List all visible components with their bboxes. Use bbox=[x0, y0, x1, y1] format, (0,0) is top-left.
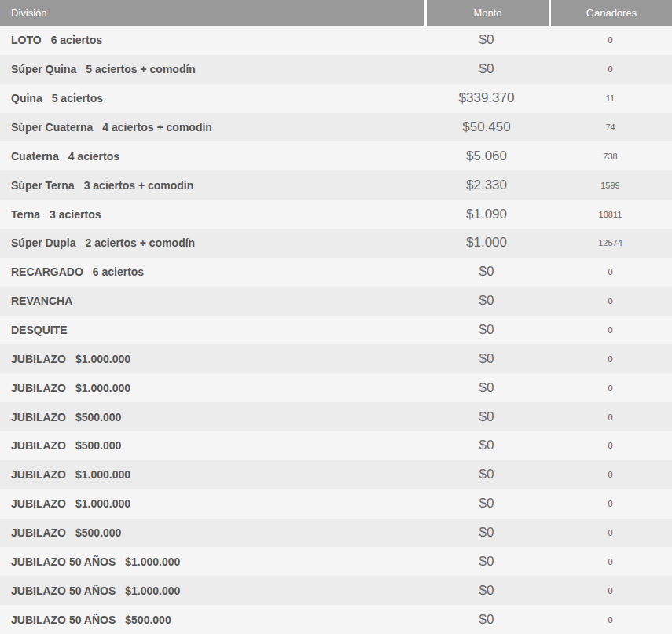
division-detail: 5 aciertos bbox=[52, 92, 103, 104]
table-row: Súper Quina5 aciertos + comodín $0 0 bbox=[0, 55, 672, 84]
division-name: Súper Terna bbox=[11, 179, 75, 192]
table-row: Terna3 aciertos $1.090 10811 bbox=[0, 200, 672, 229]
division-name: JUBILAZO bbox=[11, 439, 66, 452]
division-detail: $500.000 bbox=[75, 526, 121, 539]
division-cell: JUBILAZO$1.000.000 bbox=[0, 497, 424, 510]
division-cell: Terna3 aciertos bbox=[0, 208, 424, 221]
division-name: Súper Dupla bbox=[11, 236, 75, 249]
monto-cell: $0 bbox=[424, 467, 549, 482]
division-cell: JUBILAZO$1.000.000 bbox=[0, 382, 424, 394]
ganadores-cell: 0 bbox=[549, 615, 672, 625]
monto-cell: $0 bbox=[424, 61, 549, 77]
table-row: JUBILAZO$1.000.000 $0 0 bbox=[0, 373, 672, 402]
monto-cell: $0 bbox=[424, 409, 549, 425]
division-detail: $1.000.000 bbox=[75, 382, 130, 394]
division-detail: $500.000 bbox=[75, 439, 121, 452]
ganadores-cell: 0 bbox=[549, 354, 672, 364]
division-name: JUBILAZO 50 AÑOS bbox=[11, 585, 116, 597]
monto-cell: $0 bbox=[424, 583, 549, 599]
division-name: REVANCHA bbox=[11, 295, 72, 307]
ganadores-cell: 0 bbox=[549, 470, 672, 479]
monto-cell: $0 bbox=[424, 380, 549, 396]
ganadores-cell: 0 bbox=[549, 441, 672, 450]
ganadores-cell: 1599 bbox=[549, 181, 672, 190]
division-cell: Súper Dupla2 aciertos + comodín bbox=[0, 236, 424, 249]
ganadores-cell: 0 bbox=[549, 325, 672, 335]
division-detail: 4 aciertos + comodín bbox=[102, 121, 212, 134]
division-detail: $500.000 bbox=[75, 411, 121, 423]
table-row: JUBILAZO$1.000.000 $0 0 bbox=[0, 460, 672, 489]
division-name: Súper Cuaterna bbox=[11, 121, 93, 134]
division-detail: $500.000 bbox=[125, 614, 171, 626]
table-row: JUBILAZO 50 AÑOS$1.000.000 $0 0 bbox=[0, 576, 672, 605]
division-cell: Cuaterna4 aciertos bbox=[0, 150, 424, 163]
monto-cell: $0 bbox=[424, 322, 549, 338]
ganadores-cell: 10811 bbox=[549, 210, 672, 219]
monto-cell: $0 bbox=[424, 554, 549, 570]
ganadores-cell: 0 bbox=[549, 412, 672, 422]
division-cell: JUBILAZO 50 AÑOS$1.000.000 bbox=[0, 585, 424, 597]
division-cell: REVANCHA bbox=[0, 295, 424, 307]
monto-cell: $5.060 bbox=[424, 148, 549, 164]
division-cell: Súper Terna3 aciertos + comodín bbox=[0, 179, 424, 192]
division-detail: $1.000.000 bbox=[75, 468, 130, 481]
monto-cell: $2.330 bbox=[424, 178, 549, 193]
division-cell: JUBILAZO$1.000.000 bbox=[0, 353, 424, 365]
division-detail: 3 aciertos + comodín bbox=[84, 179, 194, 192]
table-row: JUBILAZO$500.000 $0 0 bbox=[0, 519, 672, 548]
division-detail: $1.000.000 bbox=[75, 497, 130, 510]
division-detail: 6 aciertos bbox=[51, 34, 102, 46]
division-cell: JUBILAZO 50 AÑOS$500.000 bbox=[0, 614, 424, 626]
division-name: JUBILAZO bbox=[11, 468, 66, 481]
monto-cell: $0 bbox=[424, 612, 549, 628]
division-detail: 4 aciertos bbox=[68, 150, 119, 163]
table-row: JUBILAZO 50 AÑOS$1.000.000 $0 0 bbox=[0, 547, 672, 576]
ganadores-cell: 0 bbox=[549, 267, 672, 277]
monto-cell: $0 bbox=[424, 438, 549, 453]
monto-cell: $1.000 bbox=[424, 235, 549, 251]
division-name: Terna bbox=[11, 208, 40, 221]
table-row: JUBILAZO$1.000.000 $0 0 bbox=[0, 344, 672, 373]
table-row: Súper Terna3 aciertos + comodín $2.330 1… bbox=[0, 170, 672, 200]
division-detail: 2 aciertos + comodín bbox=[85, 236, 195, 249]
table-header-row: División Monto Ganadores bbox=[0, 0, 672, 26]
division-name: Quina bbox=[11, 92, 42, 104]
division-detail: $1.000.000 bbox=[125, 555, 180, 568]
division-name: LOTO bbox=[11, 34, 42, 46]
division-cell: Súper Cuaterna4 aciertos + comodín bbox=[0, 121, 424, 134]
ganadores-cell: 0 bbox=[549, 64, 672, 74]
division-name: JUBILAZO bbox=[11, 382, 66, 394]
table-row: JUBILAZO$500.000 $0 0 bbox=[0, 402, 672, 431]
ganadores-cell: 0 bbox=[549, 499, 672, 508]
division-name: Súper Quina bbox=[11, 63, 76, 75]
ganadores-cell: 11 bbox=[549, 93, 672, 103]
ganadores-cell: 0 bbox=[549, 296, 672, 306]
division-cell: Súper Quina5 aciertos + comodín bbox=[0, 63, 424, 75]
header-monto: Monto bbox=[424, 0, 549, 26]
monto-cell: $50.450 bbox=[424, 119, 549, 135]
ganadores-cell: 0 bbox=[549, 528, 672, 537]
division-cell: JUBILAZO$500.000 bbox=[0, 411, 424, 423]
table-row: LOTO6 aciertos $0 0 bbox=[0, 26, 672, 55]
monto-cell: $0 bbox=[424, 32, 549, 48]
division-name: Cuaterna bbox=[11, 150, 59, 163]
monto-cell: $0 bbox=[424, 264, 549, 280]
table-row: JUBILAZO$500.000 $0 0 bbox=[0, 431, 672, 460]
division-name: JUBILAZO 50 AÑOS bbox=[11, 555, 116, 568]
division-detail: 6 aciertos bbox=[93, 266, 144, 278]
table-body: LOTO6 aciertos $0 0 Súper Quina5 acierto… bbox=[0, 26, 672, 634]
ganadores-cell: 0 bbox=[549, 586, 672, 596]
division-cell: JUBILAZO$1.000.000 bbox=[0, 468, 424, 481]
table-row: Cuaterna4 aciertos $5.060 738 bbox=[0, 141, 672, 170]
division-detail: $1.000.000 bbox=[125, 585, 180, 597]
ganadores-cell: 74 bbox=[549, 123, 672, 132]
monto-cell: $0 bbox=[424, 293, 549, 309]
ganadores-cell: 738 bbox=[549, 152, 672, 161]
division-name: DESQUITE bbox=[11, 324, 68, 336]
division-cell: JUBILAZO$500.000 bbox=[0, 439, 424, 452]
division-name: RECARGADO bbox=[11, 266, 83, 278]
division-name: JUBILAZO bbox=[11, 411, 66, 423]
monto-cell: $0 bbox=[424, 525, 549, 541]
header-division: División bbox=[0, 7, 424, 19]
table-row: JUBILAZO 50 AÑOS$500.000 $0 0 bbox=[0, 605, 672, 634]
